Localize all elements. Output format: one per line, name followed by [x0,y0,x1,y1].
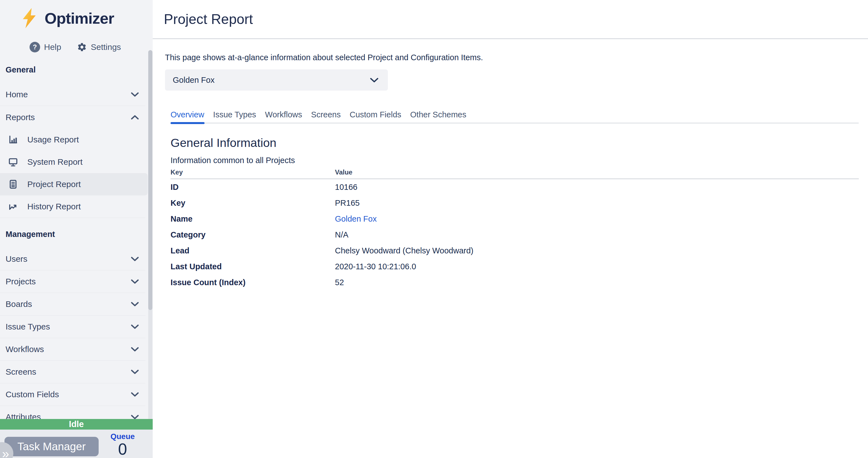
sidebar-item-label: Custom Fields [6,390,59,399]
section-title-management: Management [0,230,153,239]
row-value: 52 [335,278,344,287]
queue-indicator: Queue 0 [103,432,142,457]
sidebar-nav: General Home Reports Usage Report [0,65,153,428]
sidebar-item-screens[interactable]: Screens [0,361,146,383]
table-row: Category N/A [170,227,859,243]
project-select-value: Golden Fox [173,75,215,85]
sidebar: Optimizer ? Help Settings General Home R… [0,0,153,458]
column-header-key: Key [170,169,335,176]
gear-icon [77,42,87,52]
chevron-down-icon [131,392,139,397]
lightning-bolt-icon [21,7,37,30]
chevron-down-icon [370,78,378,83]
page-header: Project Report [153,0,868,39]
sidebar-item-boards[interactable]: Boards [0,293,146,315]
tab-custom-fields[interactable]: Custom Fields [350,110,401,119]
active-tab-indicator [170,122,205,124]
sidebar-item-label: Reports [6,113,35,122]
monitor-icon [8,157,18,167]
settings-button[interactable]: Settings [77,42,121,52]
sidebar-item-label: Screens [6,367,36,376]
sidebar-item-issue-types[interactable]: Issue Types [0,315,146,338]
main-content: Project Report This page shows at-a-glan… [153,0,868,458]
row-key: Name [170,214,335,223]
section-title-general: General [0,65,153,74]
sidebar-item-label: Projects [6,277,36,286]
sidebar-item-label: Workflows [6,344,44,354]
sidebar-item-usage-report[interactable]: Usage Report [0,128,148,151]
chevron-down-icon [131,92,139,97]
sidebar-item-system-report[interactable]: System Report [0,151,148,173]
tab-workflows[interactable]: Workflows [265,110,302,119]
sidebar-item-label: Usage Report [27,135,79,144]
column-header-value: Value [335,169,352,176]
tab-other-schemes[interactable]: Other Schemes [410,110,466,119]
chevron-down-icon [131,257,139,261]
status-label: Idle [69,419,84,429]
row-key: Category [170,230,335,240]
sidebar-item-workflows[interactable]: Workflows [0,338,146,361]
row-key: Last Updated [170,262,335,271]
task-panel: Task Manager Queue 0 [0,430,153,458]
sidebar-scrollbar-thumb[interactable] [148,50,152,310]
row-value: N/A [335,230,348,240]
app-title: Optimizer [44,9,114,27]
chevron-up-icon [131,115,139,120]
help-label: Help [44,42,61,52]
table-header-row: Key Value [170,169,859,179]
general-info-table: Key Value ID 10166 Key PR165 Name Golden… [170,169,859,291]
row-key: Issue Count (Index) [170,278,335,287]
help-icon: ? [30,42,40,53]
help-button[interactable]: ? Help [30,42,61,53]
sidebar-item-home[interactable]: Home [0,83,146,106]
row-key: Key [170,199,335,208]
table-row: Issue Count (Index) 52 [170,275,859,291]
sidebar-item-users[interactable]: Users [0,248,146,270]
sidebar-item-label: Project Report [27,180,81,189]
chevron-down-icon [131,415,139,419]
table-row: ID 10166 [170,179,859,195]
line-chart-icon [8,202,18,211]
sidebar-item-reports[interactable]: Reports [0,106,146,128]
sidebar-item-custom-fields[interactable]: Custom Fields [0,383,146,406]
sidebar-item-label: System Report [27,157,83,167]
row-value: Chelsy Woodward (Chelsy Woodward) [335,246,473,255]
project-select[interactable]: Golden Fox [165,69,388,91]
chevron-down-icon [131,347,139,352]
row-key: ID [170,183,335,192]
bar-chart-icon [8,135,18,144]
divider [0,218,146,218]
tab-screens[interactable]: Screens [311,110,341,119]
tab-overview[interactable]: Overview [170,110,204,119]
tab-bar: Overview Issue Types Workflows Screens C… [170,110,859,124]
sidebar-item-label: Users [6,254,27,264]
sidebar-item-label: Home [6,90,28,99]
table-row: Name Golden Fox [170,211,859,227]
chevron-down-icon [131,370,139,374]
sidebar-item-label: History Report [27,202,81,211]
status-bar: Idle [0,419,153,430]
table-row: Lead Chelsy Woodward (Chelsy Woodward) [170,243,859,259]
tab-issue-types[interactable]: Issue Types [213,110,256,119]
queue-label: Queue [103,432,142,441]
sidebar-item-label: Issue Types [6,322,50,331]
table-row: Key PR165 [170,195,859,211]
row-key: Lead [170,246,335,255]
report-document-icon [8,180,18,189]
sidebar-item-project-report[interactable]: Project Report [0,173,148,195]
page-title: Project Report [164,11,253,27]
row-value: 2020-11-30 10:21:06.0 [335,262,416,271]
sidebar-item-history-report[interactable]: History Report [0,195,148,218]
project-name-link[interactable]: Golden Fox [335,214,377,223]
task-manager-button[interactable]: Task Manager [4,437,99,456]
tab-underline-track [170,122,859,124]
row-value: PR165 [335,199,360,208]
double-chevron-right-icon: » [2,447,9,458]
chevron-down-icon [131,325,139,329]
sidebar-item-projects[interactable]: Projects [0,270,146,293]
queue-count: 0 [103,441,142,457]
settings-label: Settings [91,42,121,52]
table-row: Last Updated 2020-11-30 10:21:06.0 [170,259,859,275]
utility-row: ? Help Settings [0,30,153,53]
section-heading: General Information [170,136,868,150]
